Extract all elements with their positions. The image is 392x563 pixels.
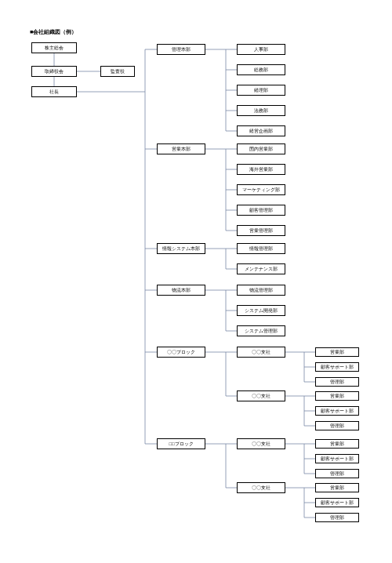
node-auditor: 監査役 bbox=[100, 66, 135, 77]
node-sub-support-1: 顧客サポート部 bbox=[315, 362, 359, 372]
node-dept-marketing: マーケティング部 bbox=[237, 184, 285, 195]
node-president: 社長 bbox=[31, 86, 77, 97]
node-sub-kanri-2: 管理部 bbox=[315, 421, 359, 430]
node-shareholders: 株主総会 bbox=[31, 42, 77, 53]
node-board: 取締役会 bbox=[31, 66, 77, 77]
node-branch-oo-1: 〇〇支社 bbox=[237, 347, 285, 358]
node-sub-kanri-1: 管理部 bbox=[315, 377, 359, 387]
node-dept-butsuryu-kanri: 物流管理部 bbox=[237, 285, 285, 296]
node-block-oo: 〇〇ブロック bbox=[157, 347, 205, 358]
node-dept-maintenance: メンテナンス部 bbox=[237, 263, 285, 274]
node-sub-support-4: 顧客サポート部 bbox=[315, 498, 359, 507]
node-dept-homu: 法務部 bbox=[237, 105, 285, 116]
node-dept-sys-dev: システム開発部 bbox=[237, 305, 285, 316]
node-sub-eigyo-2: 営業部 bbox=[315, 391, 359, 401]
node-dept-somu: 総務部 bbox=[237, 64, 285, 75]
node-dept-keiei: 経営企画部 bbox=[237, 125, 285, 136]
node-hq-butsuryu: 物流本部 bbox=[157, 285, 205, 296]
node-dept-kokyaku-kanri: 顧客管理部 bbox=[237, 205, 285, 216]
node-hq-joho: 情報システム本部 bbox=[157, 243, 205, 254]
node-dept-keiri: 経理部 bbox=[237, 85, 285, 96]
node-branch-sq-2: 〇〇支社 bbox=[237, 482, 285, 493]
node-branch-sq-1: 〇〇支社 bbox=[237, 438, 285, 449]
org-chart-page: ■会社組織図（例） bbox=[0, 0, 392, 563]
node-hq-kanri: 管理本部 bbox=[157, 44, 205, 55]
node-sub-kanri-4: 管理部 bbox=[315, 513, 359, 522]
node-sub-kanri-3: 管理部 bbox=[315, 469, 359, 478]
node-sub-eigyo-4: 営業部 bbox=[315, 483, 359, 492]
node-dept-kokunai: 国内営業部 bbox=[237, 143, 285, 154]
node-hq-eigyo: 営業本部 bbox=[157, 143, 205, 154]
node-block-sq: □□ブロック bbox=[157, 438, 205, 449]
node-sub-support-2: 顧客サポート部 bbox=[315, 406, 359, 416]
node-sub-eigyo-1: 営業部 bbox=[315, 347, 359, 357]
connector-lines bbox=[0, 0, 392, 563]
node-dept-eigyo-kanri: 営業管理部 bbox=[237, 225, 285, 236]
node-dept-joho-kanri: 情報管理部 bbox=[237, 243, 285, 254]
node-dept-sys-kanri: システム管理部 bbox=[237, 325, 285, 336]
node-dept-kaigai: 海外営業部 bbox=[237, 164, 285, 175]
node-branch-oo-2: 〇〇支社 bbox=[237, 390, 285, 401]
page-title: ■会社組織図（例） bbox=[30, 28, 77, 36]
node-sub-support-3: 顧客サポート部 bbox=[315, 454, 359, 463]
node-sub-eigyo-3: 営業部 bbox=[315, 439, 359, 449]
node-dept-jinji: 人事部 bbox=[237, 44, 285, 55]
